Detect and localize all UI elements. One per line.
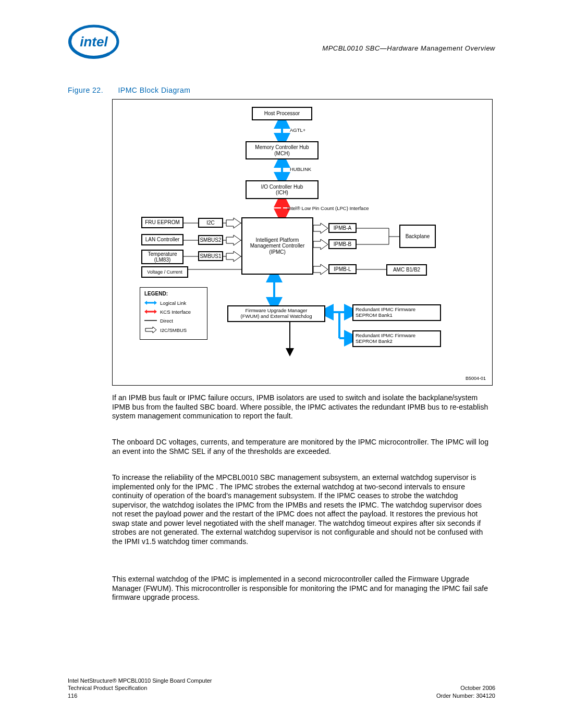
- box-backplane: Backplane: [399, 225, 436, 248]
- box-ipmb-a: IPMB-A: [328, 223, 357, 233]
- paragraph-3: To increase the reliability of the MPCBL…: [112, 473, 493, 546]
- footer-date: October 2006: [436, 684, 495, 692]
- label-hublink: HUBLINK: [290, 166, 311, 172]
- intel-logo: intel ®: [68, 23, 120, 62]
- diagram-id: B5004-01: [466, 376, 486, 381]
- figure-label: Figure 22.: [68, 86, 103, 94]
- box-temperature: Temperature (LM83): [141, 250, 183, 264]
- footer-left: Intel NetStructure® MPCBL0010 Single Boa…: [68, 677, 212, 699]
- svg-marker-33: [154, 310, 157, 314]
- paragraph-4: This external watchdog of the IPMC is im…: [112, 575, 493, 602]
- label-agtl: AGTL+: [290, 127, 305, 133]
- paragraph-1: If an IPMB bus fault or IPMC failure occ…: [112, 393, 493, 421]
- legend-kcs: KCS Interface: [160, 309, 191, 315]
- svg-text:®: ®: [113, 30, 117, 36]
- svg-text:intel: intel: [80, 34, 108, 50]
- svg-marker-15: [313, 223, 328, 233]
- footer-product: Intel NetStructure® MPCBL0010 Single Boa…: [68, 677, 212, 684]
- svg-marker-29: [144, 301, 147, 305]
- box-i2c: I2C: [198, 218, 223, 228]
- box-fwum: Firmware Upgrade Manager (FWUM) and Exte…: [227, 305, 325, 322]
- svg-marker-17: [313, 264, 328, 275]
- svg-marker-32: [144, 310, 147, 314]
- box-host-processor: Host Processor: [252, 107, 312, 120]
- box-ipmc: Intelligent Platform Management Controll…: [241, 217, 313, 275]
- paragraph-2: The onboard DC voltages, currents, and t…: [112, 438, 493, 456]
- footer-page: 116: [68, 692, 212, 699]
- legend-i2c-smbus: I2C/SMBUS: [160, 327, 187, 333]
- legend-direct: Direct: [160, 318, 173, 324]
- figure-title: IPMC Block Diagram: [118, 86, 190, 94]
- box-mch: Memory Controller Hub (MCH): [246, 141, 319, 159]
- box-fru-eeprom: FRU EEPROM: [141, 217, 183, 228]
- legend: LEGEND: Logical Link KCS Interface Direc…: [140, 287, 207, 340]
- footer-right: October 2006 Order Number: 304120: [436, 684, 495, 699]
- figure-caption: Figure 22. IPMC Block Diagram: [68, 86, 190, 94]
- box-smbus1: SMBUS1: [198, 251, 223, 261]
- svg-marker-30: [154, 301, 157, 305]
- svg-marker-35: [145, 327, 156, 333]
- svg-marker-12: [226, 218, 241, 228]
- box-smbus2: SMBUS2: [198, 235, 223, 245]
- box-amc: AMC B1/B2: [386, 264, 427, 276]
- header-doc-title: MPCBL0010 SBC—Hardware Management Overvi…: [322, 44, 495, 52]
- box-ipmb-b: IPMB-B: [328, 239, 357, 249]
- svg-marker-13: [226, 235, 241, 245]
- label-lpc: Intel® Low Pin Count (LPC) Interface: [287, 205, 386, 211]
- box-seprom-bank2: Redundant IPMC Firmware SEPROM Bank2: [352, 330, 441, 347]
- ipmc-block-diagram: Host Processor AGTL+ Memory Controller H…: [112, 99, 493, 386]
- box-seprom-bank1: Redundant IPMC Firmware SEPROM Bank1: [352, 304, 441, 321]
- legend-logical: Logical Link: [160, 300, 186, 306]
- legend-title: LEGEND:: [144, 291, 203, 297]
- box-ich: I/O Controller Hub (ICH): [246, 180, 319, 199]
- footer-doc-type: Technical Product Specification: [68, 684, 212, 692]
- box-lan-controller: LAN Controller: [141, 234, 183, 245]
- footer-order: Order Number: 304120: [436, 692, 495, 699]
- box-voltage-current: Voltage / Current: [141, 266, 188, 278]
- svg-marker-16: [313, 239, 328, 250]
- svg-marker-14: [226, 251, 241, 262]
- box-ipmb-l: IPMB-L: [328, 264, 357, 274]
